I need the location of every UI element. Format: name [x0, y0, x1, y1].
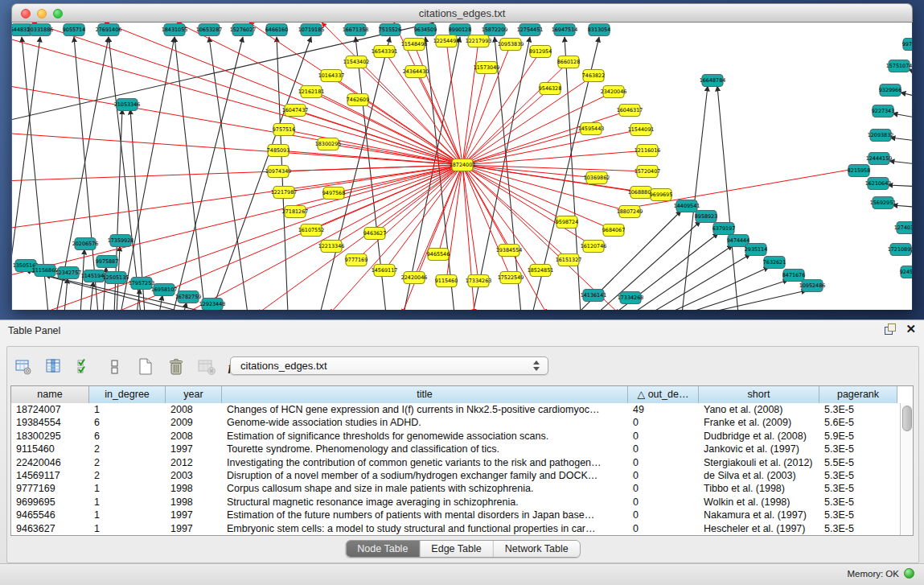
graph-node[interactable]: 11548498	[401, 39, 428, 51]
graph-node[interactable]: 16210643	[865, 178, 892, 190]
graph-node[interactable]: 7463822	[582, 70, 605, 82]
float-panel-icon[interactable]	[885, 323, 896, 335]
graph-node[interactable]: 10164337	[318, 70, 345, 82]
graph-node[interactable]: 12217993	[466, 35, 492, 47]
graph-node[interactable]: 12923448	[199, 299, 226, 311]
memory-ok-icon[interactable]	[904, 568, 914, 579]
graph-node[interactable]: 12342757	[55, 267, 82, 279]
graph-node[interactable]: 9463627	[363, 228, 386, 240]
table-row[interactable]: 969969511998Structural magnetic resonanc…	[11, 496, 901, 509]
column-header-title[interactable]: title	[222, 386, 628, 403]
graph-node[interactable]: 11573049	[474, 62, 500, 74]
graph-node[interactable]: 27181267	[282, 206, 309, 218]
table-select-dropdown[interactable]: citations_edges.txt	[230, 356, 548, 375]
graph-node[interactable]: 12740354	[894, 222, 912, 234]
table-row[interactable]: 946554611997Estimation of the future num…	[11, 509, 901, 521]
window-titlebar[interactable]: citations_edges.txt	[11, 3, 913, 23]
column-visibility-icon[interactable]	[44, 357, 64, 377]
table-row[interactable]: 1830029562008Estimation of significance …	[11, 430, 901, 443]
graph-node[interactable]: 6466160	[265, 24, 288, 36]
tab-edge-table[interactable]: Edge Table	[420, 541, 493, 557]
graph-node[interactable]: 12093832	[868, 130, 894, 142]
graph-node[interactable]: 23420046	[601, 86, 627, 98]
graph-node[interactable]: 17334263	[466, 275, 492, 287]
graph-node[interactable]: 10974349	[265, 166, 292, 178]
graph-hub-node[interactable]: 18724007	[450, 159, 476, 171]
graph-node[interactable]: 16543391	[372, 46, 398, 58]
table-header[interactable]: namein_degreeyeartitle△ out_de…shortpage…	[11, 386, 913, 404]
graph-node[interactable]: 12162181	[298, 86, 325, 98]
graph-node[interactable]: 9227343	[872, 105, 894, 117]
column-header-in_degree[interactable]: in_degree	[89, 386, 166, 403]
graph-node[interactable]: 27691406	[96, 24, 122, 36]
table-row[interactable]: 977716911998Corpus callosum shape and si…	[11, 482, 901, 495]
graph-node[interactable]: 8313054	[588, 24, 610, 36]
graph-node[interactable]: 16047437	[282, 105, 309, 117]
graph-node[interactable]: 15751074	[886, 60, 912, 72]
graph-node[interactable]: 11543402	[343, 56, 370, 68]
graph-node[interactable]: 7632621	[763, 257, 786, 269]
graph-node[interactable]: 20206576	[72, 238, 99, 250]
graph-node[interactable]: 12213346	[318, 241, 345, 253]
scrollbar-thumb[interactable]	[902, 406, 912, 431]
column-header-name[interactable]: name	[11, 386, 89, 403]
column-header-year[interactable]: year	[166, 386, 222, 403]
graph-node[interactable]: 9757516	[273, 124, 295, 136]
graph-node[interactable]: 12444159	[866, 153, 893, 165]
graph-node[interactable]: 18524851	[528, 265, 554, 277]
graph-node[interactable]: 14409541	[674, 200, 700, 212]
graph-node[interactable]: 8660128	[557, 56, 580, 68]
table-row[interactable]: 946362711997Embryonic stem cells: a mode…	[11, 522, 901, 535]
graph-node[interactable]: 20331886	[27, 24, 54, 36]
table-row[interactable]: 1456911722003Disruption of a novel membe…	[11, 469, 901, 482]
graph-node[interactable]: 9497568	[322, 187, 345, 200]
column-header-out_degree[interactable]: △ out_de…	[628, 386, 699, 403]
graph-node[interactable]: 15276027	[230, 24, 257, 36]
graph-node[interactable]: 16120746	[581, 241, 607, 253]
graph-node[interactable]: 8990128	[449, 24, 471, 36]
graph-node[interactable]: 9684067	[602, 225, 625, 237]
graph-node[interactable]: 9465546	[427, 249, 450, 261]
graph-node[interactable]: 8958923	[695, 211, 717, 223]
graph-node[interactable]: 11156869	[32, 265, 59, 277]
close-window-button[interactable]	[21, 9, 31, 19]
column-header-pagerank[interactable]: pagerank	[819, 386, 897, 403]
table-scrollbar[interactable]	[900, 403, 913, 535]
graph-node[interactable]: 7462609	[347, 94, 369, 106]
table-row[interactable]: 911546021997Tourette syndrome. Phenomeno…	[11, 443, 901, 455]
graph-node[interactable]: 12254498	[433, 35, 460, 47]
graph-node[interactable]: 2935114	[745, 244, 767, 256]
graph-node[interactable]: 24364430	[403, 66, 429, 78]
graph-node[interactable]: 16782759	[175, 291, 202, 303]
zoom-window-button[interactable]	[53, 9, 63, 19]
graph-node[interactable]: 9598724	[556, 216, 578, 229]
graph-node[interactable]: 16107552	[298, 225, 325, 237]
graph-node[interactable]: 7485093	[267, 145, 290, 157]
graph-node[interactable]: 9777169	[345, 254, 368, 266]
graph-node[interactable]: 21053346	[114, 99, 141, 111]
citation-network-graph[interactable]: 6448314203318869055714276914061843105510…	[12, 23, 912, 310]
tab-node-table[interactable]: Node Table	[346, 541, 420, 557]
graph-node[interactable]: 9546328	[539, 83, 561, 95]
graph-node[interactable]: 7515526	[379, 24, 401, 36]
graph-node[interactable]: 12754451	[517, 24, 544, 36]
graph-node[interactable]: 17210899	[888, 244, 912, 256]
graph-node[interactable]: 14595443	[578, 123, 605, 135]
graph-node[interactable]: 17334268	[618, 292, 644, 304]
graph-node[interactable]: 10719185	[298, 24, 325, 36]
graph-node[interactable]: 9975887	[96, 256, 118, 268]
table-row[interactable]: 2242004622012Investigating the contribut…	[11, 456, 901, 469]
table-row[interactable]: 1938455462009Genome-wide association stu…	[11, 416, 901, 429]
table-row[interactable]: 1872400712008Changes of HCN gene express…	[11, 403, 901, 416]
network-canvas[interactable]: 6448314203318869055714276914061843105510…	[12, 23, 912, 310]
graph-node[interactable]: 16671358	[343, 24, 369, 36]
graph-node[interactable]: 14569117	[372, 265, 398, 277]
graph-node[interactable]: 9245007	[900, 266, 912, 278]
graph-node[interactable]: 15692951	[870, 197, 897, 209]
graph-node[interactable]: 12116016	[634, 145, 661, 157]
graph-node[interactable]: 8215958	[848, 165, 870, 177]
graph-node[interactable]: 9974459	[902, 39, 912, 51]
delete-column-icon[interactable]	[166, 357, 186, 377]
tab-network-table[interactable]: Network Table	[494, 541, 580, 557]
graph-node[interactable]: 9699695	[650, 189, 672, 201]
